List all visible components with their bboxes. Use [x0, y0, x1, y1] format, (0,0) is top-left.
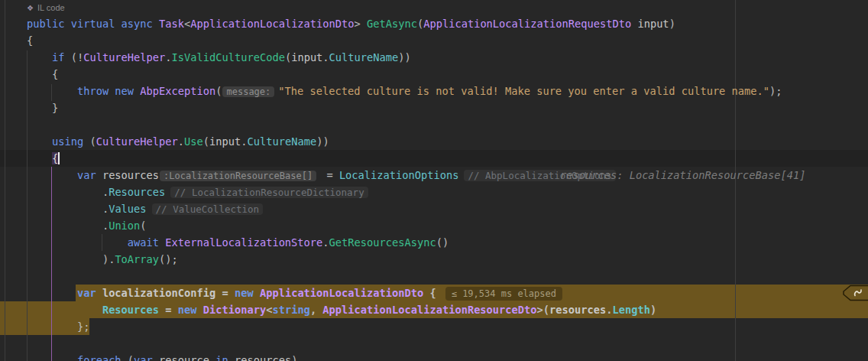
token-punctuation: ( [215, 85, 222, 97]
token-keyword: in [215, 354, 235, 361]
token-punctuation [27, 304, 102, 316]
code-line[interactable]: { [0, 66, 868, 83]
token-keyword: var [27, 169, 102, 181]
token-punctuation: . [322, 236, 329, 249]
token-punctuation: { [27, 34, 33, 47]
inline-marker-tag-icon[interactable] [841, 285, 868, 301]
token-type-name: CultureHelper [83, 51, 165, 63]
token-type-name: ExternalLocalizationStore [165, 236, 322, 249]
token-method-name: Use [184, 135, 203, 148]
code-line[interactable]: if (!CultureHelper.IsValidCultureCode(in… [0, 49, 868, 66]
il-code-interline-hint[interactable]: ❖ IL code [0, 0, 868, 15]
token-type-name: ApplicationLocalizationResourceDto [322, 304, 536, 316]
token-punctuation: ( [285, 51, 291, 63]
code-line[interactable]: } [0, 99, 868, 116]
type-comment-hint[interactable]: // LocalizationResourceDictionary [170, 187, 368, 198]
token-keyword: public virtual async [27, 18, 159, 30]
code-line[interactable]: .Union( [0, 217, 868, 234]
token-keyword: var [27, 287, 102, 299]
token-type-name: Dictionary [203, 304, 266, 316]
token-keyword: new [178, 304, 203, 316]
code-line[interactable]: .Resources// LocalizationResourceDiction… [0, 184, 868, 200]
token-identifier: resources [235, 354, 291, 361]
token-punctuation: { [423, 287, 436, 299]
code-line[interactable]: await ExternalLocalizationStore.GetResou… [0, 234, 868, 251]
token-punctuation: { [27, 68, 58, 80]
gem-icon: ❖ [27, 4, 34, 12]
token-punctuation: (); [159, 253, 178, 265]
token-keyword: foreach [27, 354, 128, 361]
token-punctuation: . [27, 203, 108, 215]
token-punctuation: >( [537, 304, 549, 316]
token-identifier: input [291, 51, 322, 63]
code-line[interactable]: throw new AbpException(message:"The sele… [0, 83, 868, 99]
elapsed-time-badge[interactable]: ≤ 19,534 ms elapsed [445, 287, 562, 301]
token-punctuation: ); [769, 85, 782, 97]
token-punctuation: ( [417, 18, 423, 30]
token-property-name: LocalizationOptions [339, 169, 459, 181]
inlay-hint[interactable]: :LocalizationResourceBase[] [160, 171, 316, 181]
token-keyword: using [27, 135, 89, 148]
code-area[interactable]: ❖ IL code public virtual async Task<Appl… [0, 0, 868, 361]
code-line[interactable]: var localizationConfig = new Application… [0, 285, 868, 301]
token-punctuation: ) [291, 354, 297, 361]
token-punctuation: > [355, 18, 367, 30]
code-line[interactable]: }; [0, 318, 868, 335]
code-editor[interactable]: ❖ IL code public virtual async Task<Appl… [0, 0, 868, 361]
token-punctuation: } [27, 102, 58, 114]
code-line[interactable]: .Values// ValueCollection [0, 200, 868, 217]
token-string-literal: "The selected culture is not valid! Make… [278, 85, 769, 97]
token-keyword: string [272, 304, 309, 316]
token-keyword: if [27, 51, 71, 63]
token-property-name: CultureName [329, 51, 399, 63]
token-method-name: IsValidCultureCode [172, 51, 285, 63]
token-method-name: GetResourcesAsync [329, 236, 436, 249]
type-comment-hint[interactable]: // ValueCollection [152, 203, 263, 215]
token-type-name: CultureHelper [96, 135, 178, 148]
matched-brace: { [52, 152, 58, 164]
token-identifier: input [631, 18, 669, 30]
token-punctuation: )) [316, 135, 329, 148]
code-line[interactable]: public virtual async Task<ApplicationLoc… [0, 15, 868, 32]
token-punctuation: = [320, 169, 339, 181]
code-line[interactable]: foreach (var resource in resources) [0, 352, 868, 361]
token-identifier: input [209, 135, 241, 148]
code-line[interactable]: Resources = new Dictionary<string, Appli… [0, 301, 868, 318]
token-punctuation: . [27, 220, 108, 232]
token-type-name: Task [159, 18, 184, 30]
token-punctuation: ( [89, 135, 96, 148]
token-punctuation [27, 152, 52, 164]
token-punctuation: ) [650, 304, 656, 316]
token-punctuation: = [215, 287, 235, 299]
token-type-name: ApplicationLocalizationDto [260, 287, 423, 299]
code-line[interactable]: using (CultureHelper.Use(input.CultureNa… [0, 133, 868, 150]
token-keyword: await [27, 236, 165, 249]
token-keyword: var [134, 354, 159, 361]
code-line[interactable]: { [0, 32, 868, 49]
token-punctuation: (! [71, 51, 83, 63]
code-line[interactable] [0, 335, 868, 352]
code-line[interactable] [0, 268, 868, 285]
token-property-name: Length [612, 304, 649, 316]
token-punctuation: , [310, 304, 322, 316]
token-type-name: ApplicationLocalizationRequestDto [423, 18, 631, 30]
text-caret [58, 152, 60, 164]
token-punctuation: . [165, 51, 171, 63]
code-line[interactable]: ).ToArray(); [0, 251, 868, 268]
token-type-name: ApplicationLocalizationDto [190, 18, 354, 30]
token-identifier: resource [159, 354, 215, 361]
token-punctuation: ) [669, 18, 675, 30]
token-keyword: new [235, 287, 260, 299]
token-punctuation: . [178, 135, 184, 148]
token-identifier: resources [102, 169, 159, 181]
code-line[interactable]: var resources:LocalizationResourceBase[]… [0, 167, 868, 184]
token-method-name: ToArray [115, 253, 159, 265]
token-punctuation: ( [203, 135, 209, 148]
code-line[interactable] [0, 116, 868, 133]
token-punctuation: . [27, 186, 108, 198]
token-punctuation: ( [140, 220, 146, 232]
token-type-name: AbpException [140, 85, 215, 97]
code-line[interactable]: { [0, 150, 868, 167]
inlay-hint[interactable]: message: [222, 86, 274, 97]
il-code-hint-label: IL code [37, 3, 65, 12]
